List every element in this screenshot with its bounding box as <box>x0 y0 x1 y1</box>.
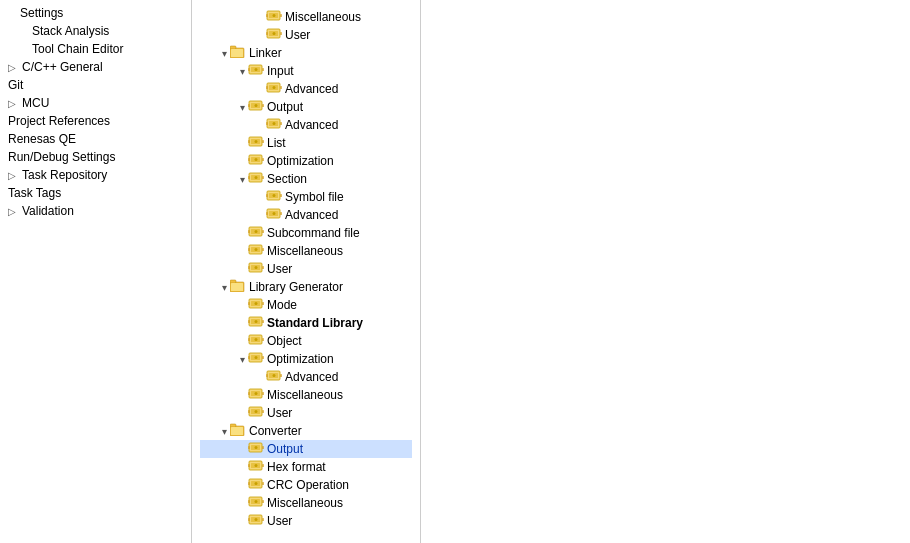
svg-rect-85 <box>262 320 264 323</box>
svg-point-103 <box>255 392 258 395</box>
sidebar-item-git[interactable]: Git <box>0 76 191 94</box>
sidebar-item-cpp-general[interactable]: ▷ C/C++ General <box>0 58 191 76</box>
svg-point-25 <box>255 104 258 107</box>
main-tree-panel: Miscellaneous User▾ Linker▾ Input Advanc… <box>192 0 420 543</box>
svg-rect-104 <box>248 392 250 395</box>
tree-node-object[interactable]: Object <box>200 332 412 350</box>
tree-node-linker-misc[interactable]: Miscellaneous <box>200 242 412 260</box>
tree-node-converter[interactable]: ▾ Converter <box>200 422 412 440</box>
sidebar-label: C/C++ General <box>22 60 103 74</box>
folder-icon <box>230 423 246 439</box>
sidebar-item-renesas-qe[interactable]: Renesas QE <box>0 130 191 148</box>
sidebar-item-mcu[interactable]: ▷ MCU <box>0 94 191 112</box>
sidebar-item-project-references[interactable]: Project References <box>0 112 191 130</box>
tree-node-input[interactable]: ▾ Input <box>200 62 412 80</box>
svg-rect-128 <box>262 482 264 485</box>
svg-point-121 <box>255 464 258 467</box>
svg-rect-94 <box>248 356 250 359</box>
svg-rect-74 <box>230 280 236 283</box>
tree-node-crc-operation[interactable]: CRC Operation <box>200 476 412 494</box>
tree-node-lib-misc[interactable]: Miscellaneous <box>200 386 412 404</box>
svg-rect-122 <box>248 464 250 467</box>
tree-node-output-advanced[interactable]: Advanced <box>200 116 412 134</box>
svg-rect-66 <box>248 248 250 251</box>
expand-arrow-icon: ▷ <box>8 206 18 217</box>
sidebar-item-validation[interactable]: ▷ Validation <box>0 202 191 220</box>
sidebar-item-task-tags[interactable]: Task Tags <box>0 184 191 202</box>
tree-node-section-advanced[interactable]: Advanced <box>200 206 412 224</box>
svg-rect-36 <box>248 140 250 143</box>
node-label: Advanced <box>285 82 338 96</box>
tree-node-user-top[interactable]: User <box>200 26 412 44</box>
tree-node-standard-library[interactable]: Standard Library <box>200 314 412 332</box>
svg-rect-22 <box>280 86 282 89</box>
svg-rect-99 <box>266 374 268 377</box>
svg-rect-79 <box>248 302 250 305</box>
tree-node-list[interactable]: List <box>200 134 412 152</box>
svg-point-60 <box>255 230 258 233</box>
toggle-arrow-icon: ▾ <box>236 354 248 365</box>
svg-rect-127 <box>248 482 250 485</box>
toggle-arrow-icon: ▾ <box>218 48 230 59</box>
sidebar-label: Validation <box>22 204 74 218</box>
svg-rect-62 <box>262 230 264 233</box>
gear-icon <box>266 81 282 97</box>
tree-node-linker-user[interactable]: User <box>200 260 412 278</box>
sidebar-item-settings[interactable]: Settings <box>0 4 191 22</box>
svg-point-30 <box>273 122 276 125</box>
right-content-panel <box>420 0 910 543</box>
svg-rect-90 <box>262 338 264 341</box>
tree-node-input-advanced[interactable]: Advanced <box>200 80 412 98</box>
settings-tree: Miscellaneous User▾ Linker▾ Input Advanc… <box>192 4 420 534</box>
sidebar-label: Stack Analysis <box>32 24 109 38</box>
svg-rect-11 <box>230 46 236 49</box>
tree-node-library-generator[interactable]: ▾ Library Generator <box>200 278 412 296</box>
tree-node-output[interactable]: ▾ Output <box>200 98 412 116</box>
svg-rect-80 <box>262 302 264 305</box>
sidebar-item-run-debug[interactable]: Run/Debug Settings <box>0 148 191 166</box>
svg-point-136 <box>255 518 258 521</box>
tree-node-optimization[interactable]: Optimization <box>200 152 412 170</box>
tree-node-mode[interactable]: Mode <box>200 296 412 314</box>
sidebar-item-task-repository[interactable]: ▷ Task Repository <box>0 166 191 184</box>
toggle-arrow-icon: ▾ <box>236 102 248 113</box>
tree-node-symbol-file[interactable]: Symbol file <box>200 188 412 206</box>
toggle-arrow-icon: ▾ <box>236 66 248 77</box>
tree-node-conv-output[interactable]: Output <box>200 440 412 458</box>
tree-node-hex-format[interactable]: Hex format <box>200 458 412 476</box>
node-label: Advanced <box>285 208 338 222</box>
tree-node-lib-optimization[interactable]: ▾ Optimization <box>200 350 412 368</box>
tree-node-conv-user[interactable]: User <box>200 512 412 530</box>
gear-icon <box>248 135 264 151</box>
sidebar-item-tool-chain-editor[interactable]: Tool Chain Editor <box>0 40 191 58</box>
svg-rect-132 <box>248 500 250 503</box>
node-label: Mode <box>267 298 297 312</box>
tree-node-lib-user[interactable]: User <box>200 404 412 422</box>
tree-node-lib-opt-advanced[interactable]: Advanced <box>200 368 412 386</box>
sidebar-label: Git <box>8 78 23 92</box>
svg-point-78 <box>255 302 258 305</box>
svg-point-131 <box>255 500 258 503</box>
sidebar-item-stack-analysis[interactable]: Stack Analysis <box>0 22 191 40</box>
tree-node-miscellaneous-top[interactable]: Miscellaneous <box>200 8 412 26</box>
svg-rect-57 <box>280 212 282 215</box>
svg-rect-100 <box>280 374 282 377</box>
tree-node-section[interactable]: ▾ Section <box>200 170 412 188</box>
svg-rect-137 <box>248 518 250 521</box>
gear-icon <box>248 243 264 259</box>
tree-node-conv-misc[interactable]: Miscellaneous <box>200 494 412 512</box>
svg-rect-8 <box>266 32 268 35</box>
svg-rect-31 <box>266 122 268 125</box>
sidebar-label: Run/Debug Settings <box>8 150 115 164</box>
tree-node-subcommand-file[interactable]: Subcommand file <box>200 224 412 242</box>
svg-rect-118 <box>262 446 264 449</box>
sidebar-label: Settings <box>20 6 63 20</box>
svg-point-116 <box>255 446 258 449</box>
svg-point-108 <box>255 410 258 413</box>
node-label: User <box>267 406 292 420</box>
gear-icon <box>248 441 264 457</box>
svg-rect-113 <box>231 427 243 435</box>
tree-node-linker[interactable]: ▾ Linker <box>200 44 412 62</box>
node-label: CRC Operation <box>267 478 349 492</box>
svg-point-93 <box>255 356 258 359</box>
